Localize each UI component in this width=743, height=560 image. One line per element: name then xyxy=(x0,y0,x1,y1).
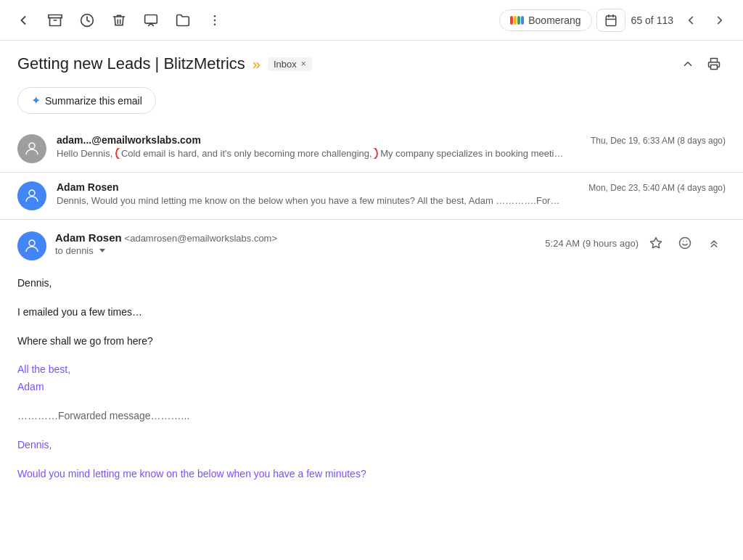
toolbar-left xyxy=(12,9,493,32)
thread-header-2: Adam Rosen Mon, Dec 23, 5:40 AM (4 days … xyxy=(57,181,726,193)
svg-marker-15 xyxy=(651,238,662,248)
body-closing: All the best,Adam xyxy=(17,361,726,396)
pagination-info: 65 of 113 xyxy=(631,15,673,26)
email-to-text: to dennis xyxy=(55,245,94,256)
email-body: Dennis, I emailed you a few times… Where… xyxy=(17,275,726,482)
thread-snippet-1: Hello Dennis, Cold email is hard, and it… xyxy=(57,148,565,159)
print-button[interactable] xyxy=(702,52,726,75)
star-button[interactable] xyxy=(644,231,668,255)
email-open-header: Adam Rosen <adamrosen@emailworkslabs.com… xyxy=(17,231,726,260)
inbox-badge-close[interactable]: × xyxy=(301,59,306,69)
avatar-3 xyxy=(17,231,46,260)
summarize-button[interactable]: ✦ Summarize this email xyxy=(17,87,156,114)
body-line-2: I emailed you a few times… xyxy=(17,304,726,321)
body-forwarded: …………Forwarded message………... xyxy=(17,408,726,425)
inbox-badge-label: Inbox xyxy=(274,59,297,70)
body-line-1: Dennis, xyxy=(17,275,726,292)
thread-content-1: adam...@emailworkslabs.com Thu, Dec 19, … xyxy=(57,134,726,159)
back-button[interactable] xyxy=(12,9,35,32)
svg-rect-7 xyxy=(606,16,616,26)
inbox-badge: Inbox × xyxy=(268,57,312,71)
svg-point-16 xyxy=(680,238,691,249)
expand-collapse-button[interactable] xyxy=(676,52,699,75)
toolbar-center: Boomerang xyxy=(499,9,625,32)
body-line-3: Where shall we go from here? xyxy=(17,333,726,350)
email-from-addr: <adamrosen@emailworkslabs.com> xyxy=(125,233,277,244)
prev-email-button[interactable] xyxy=(679,9,702,32)
boomerang-rainbow-icon xyxy=(510,16,524,25)
boomerang-label: Boomerang xyxy=(528,15,580,26)
email-open-meta: Adam Rosen <adamrosen@emailworkslabs.com… xyxy=(17,231,277,260)
thread-date-2: Mon, Dec 23, 5:40 AM (4 days ago) xyxy=(588,183,726,193)
avatar-2 xyxy=(17,181,46,210)
svg-rect-3 xyxy=(145,15,157,23)
email-subject-bar: Getting new Leads | BlitzMetrics » Inbox… xyxy=(0,41,743,81)
thread-date-1: Thu, Dec 19, 6:33 AM (8 days ago) xyxy=(591,136,726,146)
move-to-button[interactable] xyxy=(139,9,163,32)
snippet-highlight-1: Cold email is hard, and it's only becomi… xyxy=(115,148,378,159)
expand-email-button[interactable] xyxy=(702,231,726,255)
body-fwd-line-1: Dennis, xyxy=(17,437,726,454)
email-date: 5:24 AM (9 hours ago) xyxy=(545,238,639,249)
calendar-button[interactable] xyxy=(596,9,625,32)
snippet-before-1: Hello Dennis, xyxy=(57,148,115,159)
svg-point-12 xyxy=(29,143,35,149)
thread-header-1: adam...@emailworkslabs.com Thu, Dec 19, … xyxy=(57,134,726,146)
toolbar-right: 65 of 113 xyxy=(631,9,731,32)
svg-rect-11 xyxy=(711,65,718,70)
subject-arrow: » xyxy=(253,56,260,73)
svg-point-14 xyxy=(29,240,35,246)
svg-point-5 xyxy=(214,19,216,21)
email-subject-title: Getting new Leads | BlitzMetrics xyxy=(17,54,245,73)
thread-content-2: Adam Rosen Mon, Dec 23, 5:40 AM (4 days … xyxy=(57,181,726,206)
email-from-line: Adam Rosen <adamrosen@emailworkslabs.com… xyxy=(55,231,277,244)
avatar-1 xyxy=(17,134,46,163)
email-sender-info: Adam Rosen <adamrosen@emailworkslabs.com… xyxy=(55,231,277,256)
email-open: Adam Rosen <adamrosen@emailworkslabs.com… xyxy=(0,220,743,506)
snooze-button[interactable] xyxy=(75,9,99,32)
thread-item-2[interactable]: Adam Rosen Mon, Dec 23, 5:40 AM (4 days … xyxy=(0,173,743,220)
delete-button[interactable] xyxy=(107,9,131,32)
svg-rect-0 xyxy=(49,15,62,17)
archive-button[interactable] xyxy=(44,9,67,32)
summarize-label: Summarize this email xyxy=(45,95,142,107)
snippet-after-1: My company specializes in booking meetin… xyxy=(378,148,565,159)
summarize-star-icon: ✦ xyxy=(31,94,41,107)
emoji-button[interactable] xyxy=(673,231,697,255)
thread-item-1[interactable]: adam...@emailworkslabs.com Thu, Dec 19, … xyxy=(0,125,743,173)
thread-snippet-2: Dennis, Would you mind letting me know o… xyxy=(57,195,565,206)
boomerang-button[interactable]: Boomerang xyxy=(499,9,591,31)
sender-name-1: adam...@emailworkslabs.com xyxy=(57,134,201,146)
chevron-down-icon[interactable] xyxy=(99,249,105,252)
body-fwd-line-2: Would you mind letting me know on the be… xyxy=(17,466,726,483)
email-to-line: to dennis xyxy=(55,245,277,256)
email-from-name: Adam Rosen xyxy=(55,231,122,244)
svg-point-4 xyxy=(214,15,216,17)
sender-name-2: Adam Rosen xyxy=(57,181,119,193)
svg-point-13 xyxy=(29,190,35,196)
subject-action-icons xyxy=(676,52,726,75)
more-button[interactable] xyxy=(203,9,226,32)
email-actions: 5:24 AM (9 hours ago) xyxy=(545,231,726,255)
next-email-button[interactable] xyxy=(708,9,731,32)
label-button[interactable] xyxy=(171,9,194,32)
toolbar: Boomerang 65 of 113 xyxy=(0,0,743,41)
svg-point-6 xyxy=(214,23,216,25)
